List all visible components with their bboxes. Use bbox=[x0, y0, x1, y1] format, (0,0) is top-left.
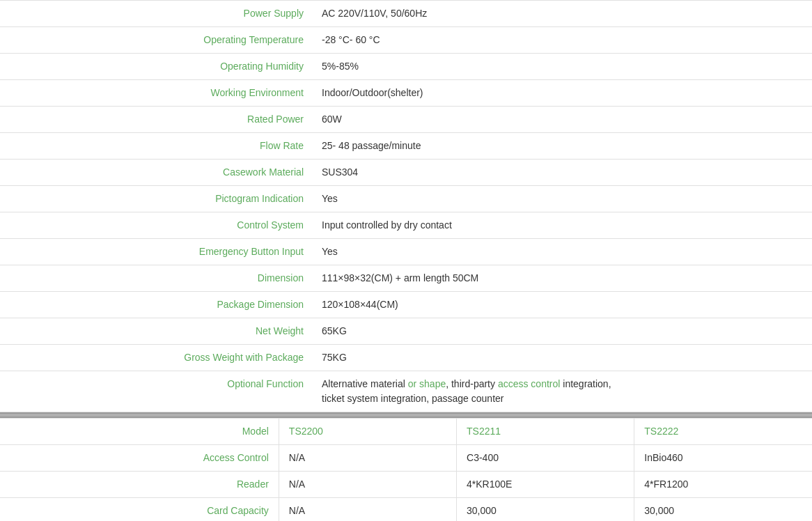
spec-row: Package Dimension120×108×44(CM) bbox=[0, 292, 812, 318]
spec-row: Optional FunctionAlternative material or… bbox=[0, 371, 812, 412]
model-row: ReaderN/A4*KR100E4*FR1200 bbox=[0, 472, 812, 498]
model-row-value: 30,000 bbox=[457, 498, 634, 522]
spec-label: Package Dimension bbox=[0, 292, 313, 318]
spec-value: Input controlled by dry contact bbox=[313, 212, 812, 239]
spec-row: Emergency Button InputYes bbox=[0, 239, 812, 265]
spec-value: 25- 48 passage/minute bbox=[313, 133, 812, 160]
model-row-label: Access Control bbox=[0, 445, 279, 472]
spec-value: 5%-85% bbox=[313, 54, 812, 80]
model-row-value: InBio460 bbox=[634, 445, 812, 472]
model-column-header: TS2211 bbox=[457, 419, 634, 445]
spec-value: 120×108×44(CM) bbox=[313, 292, 812, 318]
model-header-row: ModelTS2200TS2211TS2222 bbox=[0, 419, 812, 445]
model-column-header: TS2200 bbox=[279, 419, 456, 445]
spec-value: SUS304 bbox=[313, 160, 812, 186]
model-table: ModelTS2200TS2211TS2222Access ControlN/A… bbox=[0, 418, 812, 521]
spec-label: Gross Weight with Package bbox=[0, 345, 313, 371]
spec-row: Casework MaterialSUS304 bbox=[0, 160, 812, 186]
model-row-value: N/A bbox=[279, 472, 456, 498]
model-row-value: N/A bbox=[279, 445, 456, 472]
spec-row: Pictogram IndicationYes bbox=[0, 186, 812, 212]
spec-value: Yes bbox=[313, 239, 812, 265]
model-row-value: 4*FR1200 bbox=[634, 472, 812, 498]
spec-label: Emergency Button Input bbox=[0, 239, 313, 265]
spec-label: Optional Function bbox=[0, 371, 313, 412]
spec-row: Flow Rate25- 48 passage/minute bbox=[0, 133, 812, 160]
model-row-value: C3-400 bbox=[457, 445, 634, 472]
spec-row: Control SystemInput controlled by dry co… bbox=[0, 212, 812, 239]
spec-value: 75KG bbox=[313, 345, 812, 371]
spec-label: Operating Temperature bbox=[0, 27, 313, 54]
model-row-value: N/A bbox=[279, 498, 456, 522]
spec-value: -28 °C- 60 °C bbox=[313, 27, 812, 54]
spec-label: Power Supply bbox=[0, 1, 313, 27]
spec-label: Flow Rate bbox=[0, 133, 313, 160]
model-label-header: Model bbox=[0, 419, 279, 445]
spec-row: Dimension111×98×32(CM) + arm length 50CM bbox=[0, 265, 812, 292]
spec-label: Net Weight bbox=[0, 318, 313, 345]
spec-label: Control System bbox=[0, 212, 313, 239]
spec-value: Alternative material or shape, third-par… bbox=[313, 371, 812, 412]
spec-label: Operating Humidity bbox=[0, 54, 313, 80]
spec-label: Casework Material bbox=[0, 160, 313, 186]
spec-row: Operating Temperature-28 °C- 60 °C bbox=[0, 27, 812, 54]
table-separator bbox=[0, 412, 812, 418]
model-row-value: 30,000 bbox=[634, 498, 812, 522]
model-row-label: Card Capacity bbox=[0, 498, 279, 522]
spec-value: AC 220V/110V, 50/60Hz bbox=[313, 1, 812, 27]
spec-row: Power SupplyAC 220V/110V, 50/60Hz bbox=[0, 1, 812, 27]
spec-value: 111×98×32(CM) + arm length 50CM bbox=[313, 265, 812, 292]
spec-value: 60W bbox=[313, 107, 812, 133]
model-column-header: TS2222 bbox=[634, 419, 812, 445]
model-row: Access ControlN/AC3-400InBio460 bbox=[0, 445, 812, 472]
spec-label: Working Environment bbox=[0, 80, 313, 107]
model-row: Card CapacityN/A30,00030,000 bbox=[0, 498, 812, 522]
spec-value: Indoor/Outdoor(shelter) bbox=[313, 80, 812, 107]
spec-label: Pictogram Indication bbox=[0, 186, 313, 212]
spec-table: Power SupplyAC 220V/110V, 50/60HzOperati… bbox=[0, 0, 812, 412]
spec-row: Working EnvironmentIndoor/Outdoor(shelte… bbox=[0, 80, 812, 107]
spec-row: Operating Humidity5%-85% bbox=[0, 54, 812, 80]
spec-label: Dimension bbox=[0, 265, 313, 292]
spec-row: Gross Weight with Package75KG bbox=[0, 345, 812, 371]
spec-value: 65KG bbox=[313, 318, 812, 345]
model-row-value: 4*KR100E bbox=[457, 472, 634, 498]
spec-label: Rated Power bbox=[0, 107, 313, 133]
model-row-label: Reader bbox=[0, 472, 279, 498]
spec-row: Net Weight65KG bbox=[0, 318, 812, 345]
spec-value: Yes bbox=[313, 186, 812, 212]
spec-row: Rated Power60W bbox=[0, 107, 812, 133]
